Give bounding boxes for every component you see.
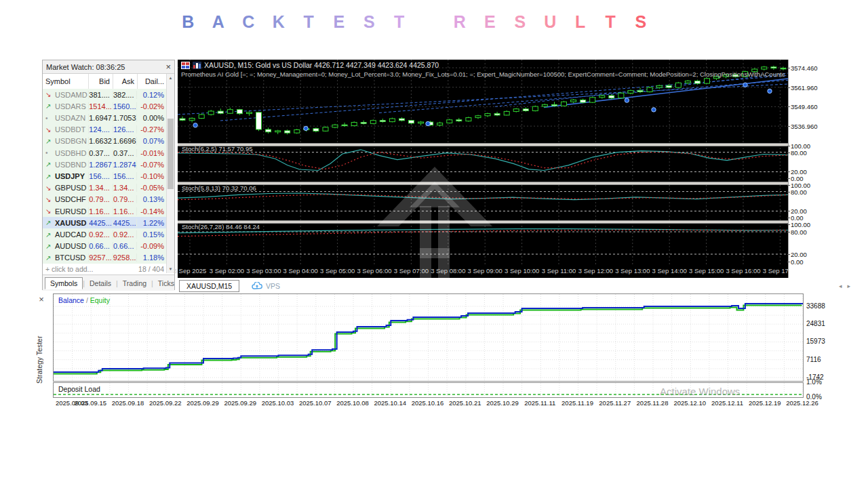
daily-change-cell: 0.12% <box>136 91 167 99</box>
title-letter: A <box>203 12 234 34</box>
click-to-add[interactable]: + click to add... <box>45 265 93 273</box>
up-arrow-icon: ↗ <box>45 102 52 110</box>
daily-change-cell: 1.18% <box>136 253 167 262</box>
chart-title-text: XAUUSD, M15: Gold vs US Dollar 4426.712 … <box>204 61 439 69</box>
symbol-name: XAUUSD <box>55 219 86 227</box>
price-tick-label: 80.00 <box>791 149 807 157</box>
chart-tab-bar: XAUUSD,M15 VPS ◂▸ <box>178 278 868 294</box>
table-row-usdbgn[interactable]: ↗USDBGN1.66321.66960.07% <box>43 136 167 147</box>
stoch3-label: Stoch(26,7,28) 84.46 84.24 <box>182 223 260 230</box>
flat-arrow-icon: • <box>45 149 52 157</box>
symbol-name: AUDUSD <box>55 242 86 250</box>
table-row-gbpusd[interactable]: ↘GBPUSD1.34...1.34...-0.05% <box>43 182 167 194</box>
title-letter: S <box>505 12 536 34</box>
cloud-icon <box>252 282 262 290</box>
tab-xauusd-m15[interactable]: XAUUSD,M15 <box>179 280 239 292</box>
column-symbol[interactable]: Symbol <box>43 74 89 89</box>
tab-trading[interactable]: Trading <box>118 278 151 289</box>
table-row-usdchf[interactable]: ↘USDCHF0.79...0.79...0.13% <box>43 194 167 205</box>
title-letter: E <box>324 12 355 34</box>
table-row-usdbnd[interactable]: ↗USDBND1.28671.2874-0.07% <box>43 159 167 170</box>
tab-scroll-right-icon: ▸ <box>847 283 856 289</box>
symbol-count: 18 / 404 <box>138 265 164 273</box>
symbol-name: USDBGN <box>55 137 87 145</box>
up-arrow-icon: ↗ <box>45 231 52 239</box>
market-watch-rows: ↘USDAMD381....382....0.12%↗USDARS1514...… <box>43 89 167 264</box>
symbol-name: AUDCAD <box>55 230 86 239</box>
price-tick-label: 80.00 <box>791 188 807 196</box>
column-daily[interactable]: Dail... <box>138 74 167 89</box>
table-row-usdbhd[interactable]: •USDBHD0.37...0.37...-0.01% <box>43 147 167 159</box>
column-bid[interactable]: Bid <box>89 74 113 89</box>
ask-cell: 4425... <box>113 219 137 227</box>
ea-params-line: Prometheus AI Gold [=; =; Money_Manageme… <box>181 70 785 78</box>
daily-change-cell: -0.09% <box>136 242 167 250</box>
daily-change-cell: -0.05% <box>136 184 167 192</box>
pane-separator[interactable] <box>178 143 788 146</box>
date-axis: 2025.09.032025.09.152025.09.182025.09.22… <box>53 399 840 408</box>
tab-scroll-arrows[interactable]: ◂▸ <box>839 283 856 289</box>
tab-symbols[interactable]: Symbols <box>45 277 83 289</box>
scrollbar-thumb[interactable] <box>167 119 174 189</box>
chart-window[interactable]: XAUUSD, M15: Gold vs US Dollar 4426.712 … <box>178 60 788 278</box>
ask-cell: 9258... <box>113 253 137 262</box>
strategy-tester-vertical-tab[interactable]: Strategy Tester <box>35 310 48 410</box>
ask-cell: 1.34... <box>113 184 137 192</box>
close-icon[interactable]: × <box>165 64 171 70</box>
symbol-name: EURUSD <box>55 207 86 216</box>
flat-arrow-icon: • <box>45 115 52 122</box>
table-row-usdars[interactable]: ↗USDARS1514...1560...-0.02% <box>43 100 167 112</box>
table-row-audcad[interactable]: ↗AUDCAD0.92...0.92...0.15% <box>43 228 167 240</box>
down-arrow-icon: ↘ <box>45 207 52 215</box>
vps-label: VPS <box>266 282 280 290</box>
pane-separator[interactable] <box>178 220 788 224</box>
market-watch-scrollbar[interactable]: ▲ ▼ <box>166 74 174 273</box>
title-letter: S <box>626 12 656 34</box>
price-tick-label: 3536.960 <box>791 123 818 130</box>
column-ask[interactable]: Ask <box>113 74 138 89</box>
deposit-axis-label: 1.0% <box>806 378 822 386</box>
page-title: BACKTESTRESULTS <box>173 12 656 34</box>
table-row-usdamd[interactable]: ↘USDAMD381....382....0.12% <box>43 89 167 100</box>
tab-details[interactable]: Details <box>85 278 116 289</box>
daily-change-cell: 0.07% <box>136 137 167 145</box>
table-row-usdjpy[interactable]: ↗USDJPY156....156....-0.10% <box>43 170 167 182</box>
market-watch-header: Market Watch: 08:36:25 × <box>43 60 174 74</box>
deposit-load-label: Deposit Load <box>58 385 100 393</box>
pane-separator[interactable] <box>178 182 788 185</box>
strategy-tester-tab-strip: × Strategy Tester <box>35 293 48 410</box>
table-row-eurusd[interactable]: ↘EURUSD1.16...1.16...-0.14% <box>43 205 167 217</box>
market-watch-title: Market Watch: 08:36:25 <box>46 63 165 71</box>
title-letter: T <box>595 12 626 34</box>
close-icon[interactable]: × <box>37 295 46 304</box>
table-row-btcusd[interactable]: ↗BTCUSD9257...9258...1.18% <box>43 252 167 264</box>
bid-cell: 1.16... <box>88 207 113 216</box>
up-arrow-icon: ↗ <box>45 173 52 180</box>
title-letter: S <box>354 12 384 34</box>
vps-button[interactable]: VPS <box>252 282 280 290</box>
bid-cell: 1.2867 <box>88 161 113 169</box>
table-row-usdazn[interactable]: •USDAZN1.69471.70530.00% <box>43 112 167 123</box>
daily-change-cell: 0.13% <box>136 195 167 203</box>
tab-ticks[interactable]: Ticks <box>153 278 179 289</box>
up-arrow-icon: ↗ <box>45 219 52 226</box>
table-row-audusd[interactable]: ↗AUDUSD0.66...0.66...-0.09% <box>43 241 167 252</box>
price-tick-label: 100.00 <box>791 221 810 228</box>
ask-cell: 1.2874 <box>113 161 137 169</box>
table-row-usdbdt[interactable]: ↘USDBDT124....126....-0.27% <box>43 124 167 136</box>
symbol-name: USDAZN <box>55 114 85 122</box>
daily-change-cell: -0.10% <box>136 172 167 180</box>
table-row-xauusd[interactable]: ↗XAUUSD4425...4425...1.22% <box>43 217 167 228</box>
up-arrow-icon: ↗ <box>45 254 52 262</box>
symbol-name: USDAMD <box>55 91 87 99</box>
market-watch-tabs: Symbols|Details|Trading|Ticks <box>43 274 174 291</box>
balance-legend: Balance / Equity <box>58 296 110 304</box>
title-letter: R <box>445 12 475 34</box>
scroll-up-icon[interactable]: ▲ <box>167 74 174 82</box>
balance-label: Balance <box>58 296 84 304</box>
down-arrow-icon: ↘ <box>45 196 52 203</box>
time-axis[interactable]: 3 Sep 20253 Sep 02:003 Sep 03:003 Sep 04… <box>178 264 788 278</box>
title-letter: U <box>535 12 566 34</box>
symbol-name: USDBHD <box>55 149 86 157</box>
title-letter: E <box>475 12 505 34</box>
